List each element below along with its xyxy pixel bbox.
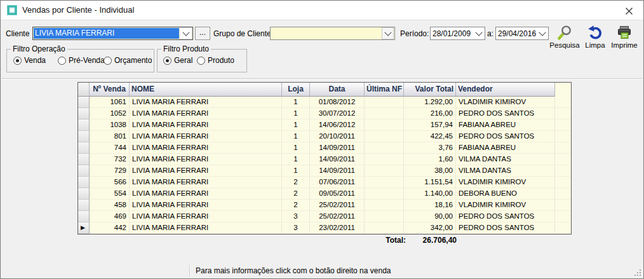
pesquisa-button[interactable]: Pesquisa — [547, 24, 582, 49]
table-row[interactable]: 554LIVIA MARIA FERRARI209/05/20111.140,0… — [78, 188, 571, 200]
cell-nome: LIVIA MARIA FERRARI — [130, 165, 282, 177]
table-row[interactable]: 729LIVIA MARIA FERRARI114/09/201138,00VI… — [78, 165, 571, 177]
filler-cell — [555, 108, 571, 119]
cell-valor_total: 1,60 — [404, 154, 456, 165]
table-row[interactable]: 566LIVIA MARIA FERRARI207/06/20111.151,5… — [78, 177, 571, 188]
date-from-dropdown[interactable] — [473, 28, 484, 39]
table-row[interactable]: 469LIVIA MARIA FERRARI325/02/201190,00PE… — [78, 211, 571, 222]
cell-vendedor: VLADIMIR KIMIROV — [456, 200, 555, 211]
column-header-ultima_nf[interactable]: Última NF — [365, 83, 404, 97]
filler-cell — [555, 119, 571, 131]
cliente-combobox[interactable]: LIVIA MARIA FERRARI — [32, 27, 193, 40]
chevron-down-icon — [384, 29, 391, 36]
cell-loja: 1 — [282, 108, 310, 119]
cell-vendedor: VILMA DANTAS — [456, 165, 555, 177]
date-from-value: 28/01/2009 — [431, 29, 473, 38]
app-icon — [7, 5, 17, 15]
cell-valor_total: 342,00 — [404, 222, 456, 234]
cell-num_venda: 1061 — [90, 97, 130, 108]
radio-produto-label: Produto — [208, 56, 234, 65]
table-row[interactable]: 1061LIVIA MARIA FERRARI101/08/20121.292,… — [78, 97, 571, 108]
printer-icon — [616, 24, 633, 41]
cell-valor_total: 1.292,00 — [404, 97, 456, 108]
cell-vendedor: FABIANA ABREU — [456, 119, 555, 131]
filler-cell — [555, 154, 571, 165]
cell-num_venda: 554 — [90, 188, 130, 200]
cell-vendedor: VLADIMIR KIMIROV — [456, 177, 555, 188]
cell-loja: 1 — [282, 165, 310, 177]
column-header-loja[interactable]: Loja — [282, 83, 310, 97]
cell-num_venda: 729 — [90, 165, 130, 177]
date-to-dropdown[interactable] — [537, 28, 547, 39]
row-indicator — [78, 165, 90, 177]
row-indicator — [78, 119, 90, 131]
column-header-data[interactable]: Data — [310, 83, 365, 97]
cell-ultima_nf — [365, 188, 404, 200]
cell-loja: 3 — [282, 222, 310, 234]
close-button[interactable] — [623, 5, 634, 17]
row-indicator — [78, 97, 90, 108]
cell-data: 20/10/2011 — [310, 131, 365, 142]
radio-geral[interactable]: Geral — [163, 56, 192, 65]
cliente-dropdown-button[interactable] — [180, 27, 192, 39]
cell-loja: 2 — [282, 200, 310, 211]
table-row[interactable]: 1038LIVIA MARIA FERRARI114/06/2012157,94… — [78, 119, 571, 131]
radio-button-icon — [163, 57, 171, 65]
cell-valor_total: 157,94 — [404, 119, 456, 131]
toolbar-divider — [1, 78, 643, 79]
total-label: Total: — [77, 236, 406, 245]
column-header-num_venda[interactable]: Nº Venda — [90, 83, 130, 97]
active-row-arrow-icon: ▶ — [81, 222, 85, 233]
column-header-nome[interactable]: NOME — [130, 83, 282, 97]
table-row[interactable]: 458LIVIA MARIA FERRARI225/02/201118,16VL… — [78, 200, 571, 211]
filler-cell — [555, 177, 571, 188]
date-from-picker[interactable]: 28/01/2009 — [430, 27, 485, 40]
refresh-icon — [587, 24, 603, 41]
row-indicator — [78, 177, 90, 188]
cell-data: 25/02/2011 — [310, 200, 365, 211]
filtro-operacao-title: Filtro Operação — [11, 44, 67, 53]
date-to-picker[interactable]: 29/04/2016 — [495, 27, 549, 40]
limpa-button[interactable]: Limpa — [582, 24, 608, 49]
filler-cell — [555, 222, 571, 234]
cell-data: 07/06/2011 — [310, 177, 365, 188]
chevron-down-icon — [539, 29, 546, 36]
filler-cell — [555, 211, 571, 222]
imprime-button[interactable]: Imprime — [608, 24, 640, 49]
cell-valor_total: 1.140,00 — [404, 188, 456, 200]
cliente-label: Cliente — [6, 29, 29, 38]
cell-loja: 1 — [282, 142, 310, 154]
table-row[interactable]: 744LIVIA MARIA FERRARI114/09/20113,76FAB… — [78, 142, 571, 154]
cell-ultima_nf — [365, 108, 404, 119]
filler-cell — [555, 97, 571, 108]
resize-grip-icon[interactable] — [634, 269, 641, 276]
cell-data: 14/06/2012 — [310, 119, 365, 131]
cell-nome: LIVIA MARIA FERRARI — [130, 108, 282, 119]
cell-vendedor: VILMA DANTAS — [456, 154, 555, 165]
grupo-combobox[interactable] — [270, 27, 395, 40]
cell-loja: 2 — [282, 177, 310, 188]
radio-venda[interactable]: Venda — [13, 56, 46, 65]
statusbar: Para mais informações click com o botão … — [1, 264, 643, 278]
table-row[interactable]: 1052LIVIA MARIA FERRARI130/07/2012216,00… — [78, 108, 571, 119]
table-row[interactable]: 732LIVIA MARIA FERRARI114/09/20111,60VIL… — [78, 154, 571, 165]
filtro-operacao-groupbox: Filtro Operação Venda Pré-Venda Orçament… — [6, 49, 154, 72]
cell-nome: LIVIA MARIA FERRARI — [130, 222, 282, 234]
cell-valor_total: 18,16 — [404, 200, 456, 211]
cliente-browse-button[interactable]: ... — [195, 27, 210, 40]
cell-ultima_nf — [365, 131, 404, 142]
cell-valor_total: 38,00 — [404, 165, 456, 177]
column-header-vendedor[interactable]: Vendedor — [456, 83, 555, 97]
table-row[interactable]: 801LIVIA MARIA FERRARI120/10/2011422,45P… — [78, 131, 571, 142]
radio-pre-venda[interactable]: Pré-Venda — [58, 56, 105, 65]
table-row[interactable]: ▶442LIVIA MARIA FERRARI323/02/2011342,00… — [78, 222, 571, 234]
radio-produto[interactable]: Produto — [197, 56, 234, 65]
cell-ultima_nf — [365, 222, 404, 234]
radio-button-icon — [197, 57, 205, 65]
cell-loja: 1 — [282, 119, 310, 131]
grupo-dropdown-button[interactable] — [382, 27, 394, 39]
cell-ultima_nf — [365, 142, 404, 154]
column-header-valor_total[interactable]: Valor Total — [404, 83, 456, 97]
radio-orcamento[interactable]: Orçamento — [104, 56, 152, 65]
cell-valor_total: 216,00 — [404, 108, 456, 119]
